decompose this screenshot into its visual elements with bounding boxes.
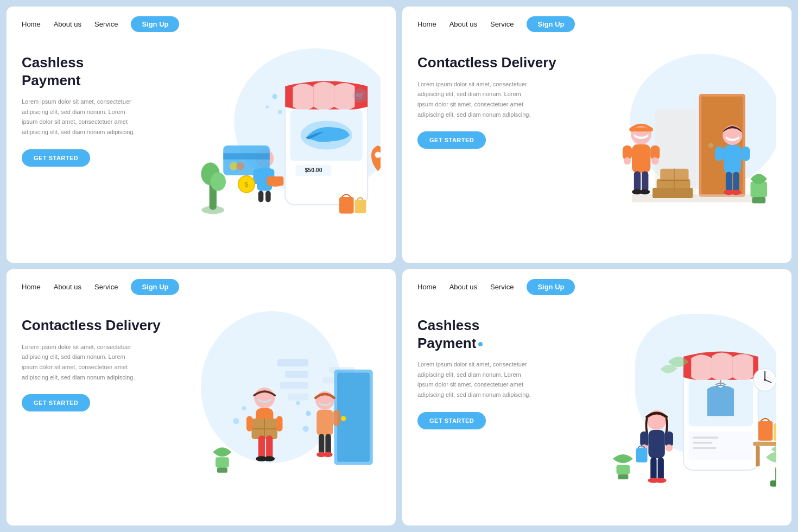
svg-point-107 [764, 378, 766, 381]
svg-rect-83 [316, 409, 333, 435]
card-title-1: CashlessPayment [22, 54, 185, 89]
svg-point-46 [624, 157, 631, 164]
svg-rect-109 [756, 446, 760, 466]
card-cashless-v2: Home About us Service Sign Up CashlessPa… [402, 269, 791, 525]
illustration-1: $50.00 🛒 $ [185, 43, 381, 248]
svg-point-26 [236, 162, 244, 170]
svg-rect-20 [267, 176, 283, 186]
svg-rect-113 [775, 466, 776, 482]
title-dot [478, 342, 483, 346]
cashless-v2-svg [580, 324, 776, 492]
text-side-1: CashlessPayment Lorem ipsum dolor sit am… [22, 43, 185, 248]
svg-point-28 [265, 105, 269, 108]
svg-rect-64 [280, 382, 308, 389]
nav-about-4[interactable]: About us [449, 283, 477, 291]
card-desc-2: Lorem ipsum dolor sit amet, consectetuer… [417, 79, 537, 120]
svg-rect-99 [689, 431, 753, 459]
content-2: Contactless Delivery Lorem ipsum dolor s… [402, 37, 791, 263]
svg-rect-78 [258, 435, 265, 459]
nav-signup-3[interactable]: Sign Up [131, 279, 179, 295]
nav-home-2[interactable]: Home [417, 20, 436, 28]
svg-rect-116 [648, 429, 664, 458]
svg-rect-127 [618, 474, 628, 479]
text-side-4: CashlessPayment Lorem ipsum dolor sit am… [417, 306, 580, 510]
svg-rect-55 [741, 146, 750, 161]
delivery-v1-svg [580, 64, 776, 227]
svg-point-95 [242, 406, 246, 410]
nav-service-4[interactable]: Service [490, 283, 514, 291]
illustration-2 [580, 43, 776, 248]
svg-rect-86 [325, 434, 331, 454]
svg-point-93 [303, 426, 309, 432]
svg-rect-123 [658, 457, 664, 480]
nav-signup-2[interactable]: Sign Up [527, 16, 575, 32]
svg-rect-42 [629, 127, 653, 131]
nav-2: Home About us Service Sign Up [402, 7, 791, 37]
delivery-v2-svg [185, 324, 381, 492]
card-delivery-v2: Home About us Service Sign Up Contactles… [7, 269, 396, 525]
svg-rect-63 [285, 370, 308, 377]
svg-rect-89 [216, 457, 229, 467]
svg-rect-112 [774, 423, 776, 440]
svg-rect-77 [276, 416, 282, 432]
nav-service-3[interactable]: Service [94, 283, 118, 291]
svg-rect-38 [653, 187, 693, 198]
svg-point-29 [278, 110, 282, 114]
nav-3: Home About us Service Sign Up [7, 269, 396, 300]
svg-rect-114 [770, 480, 776, 486]
svg-rect-76 [246, 416, 252, 432]
nav-1: Home About us Service Sign Up [7, 7, 396, 37]
svg-rect-79 [266, 435, 273, 459]
get-started-btn-2[interactable]: GET STARTED [417, 131, 486, 149]
svg-rect-57 [733, 172, 739, 192]
nav-signup-1[interactable]: Sign Up [131, 16, 179, 32]
svg-rect-121 [636, 448, 648, 463]
text-side-2: Contactless Delivery Lorem ipsum dolor s… [417, 43, 580, 248]
content-3: Contactless Delivery Lorem ipsum dolor s… [7, 300, 396, 525]
svg-rect-43 [632, 144, 650, 173]
svg-point-27 [273, 94, 278, 99]
svg-point-88 [324, 452, 333, 457]
get-started-btn-3[interactable]: GET STARTED [22, 394, 90, 411]
svg-rect-12 [355, 199, 366, 213]
nav-about-3[interactable]: About us [54, 283, 81, 291]
svg-rect-61 [752, 197, 765, 203]
nav-home-3[interactable]: Home [22, 283, 41, 291]
svg-rect-90 [217, 467, 227, 473]
svg-point-52 [723, 125, 742, 144]
card-title-4: CashlessPayment [417, 316, 580, 352]
card-desc-3: Lorem ipsum dolor sit amet, consectetuer… [22, 342, 141, 383]
svg-point-125 [655, 478, 667, 483]
cashless-v1-svg: $50.00 🛒 $ [185, 61, 381, 230]
nav-home-1[interactable]: Home [22, 20, 41, 28]
text-side-3: Contactless Delivery Lorem ipsum dolor s… [22, 306, 185, 510]
nav-about-1[interactable]: About us [54, 20, 81, 28]
illustration-4 [580, 306, 776, 510]
card-desc-1: Lorem ipsum dolor sit amet, consectetuer… [22, 97, 141, 137]
svg-rect-126 [617, 465, 630, 474]
svg-point-91 [306, 410, 311, 416]
get-started-btn-1[interactable]: GET STARTED [22, 149, 90, 167]
nav-home-4[interactable]: Home [417, 283, 436, 291]
svg-rect-100 [693, 436, 719, 439]
svg-rect-108 [753, 441, 776, 446]
svg-text:$: $ [244, 180, 249, 188]
card-desc-4: Lorem ipsum dolor sit amet, consectetuer… [417, 359, 537, 400]
illustration-3 [185, 306, 381, 510]
svg-rect-23 [223, 145, 270, 175]
svg-rect-48 [634, 171, 641, 192]
svg-rect-111 [758, 421, 773, 440]
nav-service-2[interactable]: Service [490, 20, 514, 28]
svg-rect-62 [277, 359, 308, 366]
nav-signup-4[interactable]: Sign Up [527, 279, 575, 295]
content-4: CashlessPayment Lorem ipsum dolor sit am… [402, 300, 791, 525]
nav-4: Home About us Service Sign Up [402, 269, 791, 300]
get-started-btn-4[interactable]: GET STARTED [417, 412, 486, 429]
nav-about-2[interactable]: About us [449, 20, 477, 28]
nav-service-1[interactable]: Service [94, 20, 118, 28]
svg-rect-18 [265, 191, 271, 202]
svg-point-120 [666, 444, 673, 451]
svg-rect-56 [726, 172, 732, 192]
svg-rect-102 [693, 447, 716, 449]
card-delivery-v1: Home About us Service Sign Up Contactles… [402, 7, 791, 263]
